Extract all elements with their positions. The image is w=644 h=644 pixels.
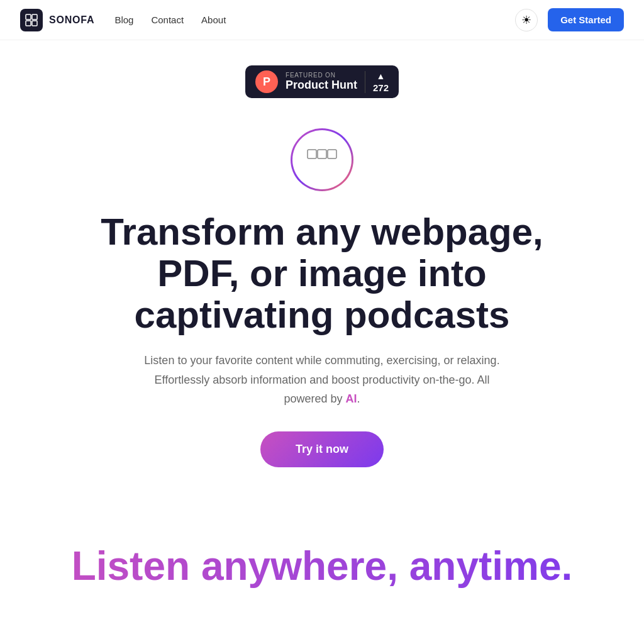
svg-rect-0 bbox=[26, 14, 31, 19]
svg-rect-6 bbox=[308, 150, 316, 158]
listen-section-title: Listen anywhere, anytime. bbox=[20, 543, 624, 589]
listen-section: Listen anywhere, anytime. bbox=[0, 505, 644, 614]
nav-link-about[interactable]: About bbox=[201, 14, 226, 25]
ph-count: 272 bbox=[373, 82, 389, 93]
hero-subtitle-end: . bbox=[357, 392, 360, 405]
ph-featured-label: FEATURED ON bbox=[286, 72, 336, 79]
product-hunt-logo: P bbox=[255, 70, 278, 93]
hero-section: P FEATURED ON Product Hunt ▲ 272 Transfo… bbox=[0, 40, 644, 505]
ph-name-label: Product Hunt bbox=[286, 79, 357, 92]
logo-link[interactable]: SONOFA bbox=[20, 9, 94, 31]
svg-rect-7 bbox=[318, 150, 326, 158]
navbar-left: SONOFA Blog Contact About bbox=[20, 9, 226, 31]
ph-arrow-icon: ▲ bbox=[377, 71, 386, 81]
ph-upvotes: ▲ 272 bbox=[365, 71, 389, 93]
hero-subtitle-text1: Listen to your favorite content while co… bbox=[144, 354, 499, 405]
hero-subtitle: Listen to your favorite content while co… bbox=[140, 351, 504, 409]
svg-rect-3 bbox=[32, 21, 37, 26]
hero-circle-icon bbox=[307, 149, 337, 171]
theme-toggle-button[interactable]: ☀ bbox=[515, 9, 538, 31]
logo-text: SONOFA bbox=[49, 14, 94, 26]
navbar-right: ☀ Get Started bbox=[515, 8, 624, 31]
hero-ai-highlight: AI bbox=[346, 392, 357, 405]
hero-icon-container bbox=[291, 128, 353, 191]
product-hunt-badge[interactable]: P FEATURED ON Product Hunt ▲ 272 bbox=[245, 65, 399, 98]
product-hunt-text: FEATURED ON Product Hunt bbox=[286, 72, 357, 92]
navbar: SONOFA Blog Contact About ☀ Get Started bbox=[0, 0, 644, 40]
hero-circle bbox=[291, 128, 353, 191]
get-started-button[interactable]: Get Started bbox=[548, 8, 624, 31]
nav-links: Blog Contact About bbox=[114, 14, 226, 25]
hero-title: Transform any webpage, PDF, or image int… bbox=[64, 211, 580, 336]
svg-rect-1 bbox=[32, 14, 37, 19]
svg-rect-2 bbox=[26, 21, 31, 26]
nav-link-blog[interactable]: Blog bbox=[114, 14, 133, 25]
cta-button[interactable]: Try it now bbox=[260, 431, 384, 467]
svg-rect-8 bbox=[328, 150, 336, 158]
nav-link-contact[interactable]: Contact bbox=[151, 14, 184, 25]
logo-icon bbox=[20, 9, 43, 31]
